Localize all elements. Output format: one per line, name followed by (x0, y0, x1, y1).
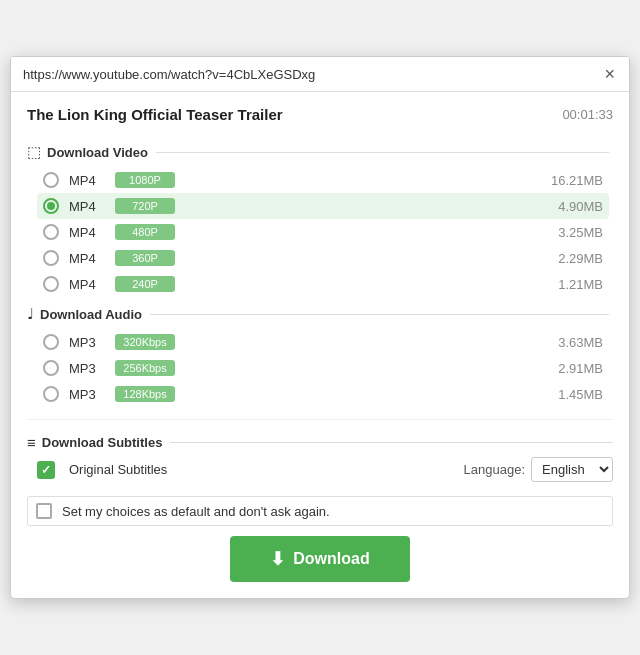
audio-options-list: MP3 320Kbps 3.63MB MP3 256Kbps 2.91MB MP… (37, 329, 609, 407)
video-title: The Lion King Official Teaser Trailer (27, 106, 283, 123)
audio-section-label: Download Audio (40, 307, 142, 322)
audio-section-header: ♩ Download Audio (27, 305, 609, 323)
default-checkbox[interactable] (36, 503, 52, 519)
subtitles-label: Original Subtitles (69, 462, 458, 477)
language-label: Language: (464, 462, 525, 477)
dialog: https://www.youtube.com/watch?v=4CbLXeGS… (10, 56, 630, 599)
option-format: MP3 (69, 387, 111, 402)
option-format: MP4 (69, 277, 111, 292)
video-option-row[interactable]: MP4 360P 2.29MB (37, 245, 609, 271)
radio-btn[interactable] (43, 334, 59, 350)
option-format: MP4 (69, 173, 111, 188)
radio-btn[interactable] (43, 224, 59, 240)
video-section-divider (156, 152, 609, 153)
option-format: MP3 (69, 361, 111, 376)
quality-badge: 480P (115, 224, 175, 240)
radio-btn[interactable] (43, 386, 59, 402)
subtitles-section-header: ≡ Download Subtitles (27, 434, 613, 451)
url-bar: https://www.youtube.com/watch?v=4CbLXeGS… (23, 67, 315, 82)
subtitles-checkbox[interactable] (37, 461, 55, 479)
option-format: MP4 (69, 199, 111, 214)
radio-btn[interactable] (43, 172, 59, 188)
radio-btn[interactable] (43, 276, 59, 292)
quality-badge: 256Kbps (115, 360, 175, 376)
video-duration: 00:01:33 (562, 107, 613, 122)
radio-btn[interactable] (43, 250, 59, 266)
download-icon: ⬇ (270, 548, 285, 570)
quality-badge: 1080P (115, 172, 175, 188)
option-size: 3.25MB (543, 225, 603, 240)
close-button[interactable]: × (602, 65, 617, 83)
option-size: 2.91MB (543, 361, 603, 376)
video-section-label: Download Video (47, 145, 148, 160)
quality-badge: 240P (115, 276, 175, 292)
audio-option-row[interactable]: MP3 128Kbps 1.45MB (37, 381, 609, 407)
subtitles-section-divider (170, 442, 613, 443)
language-select[interactable]: EnglishFrenchSpanishGermanChinese (531, 457, 613, 482)
audio-option-row[interactable]: MP3 320Kbps 3.63MB (37, 329, 609, 355)
option-format: MP4 (69, 225, 111, 240)
option-size: 4.90MB (543, 199, 603, 214)
video-option-row[interactable]: MP4 480P 3.25MB (37, 219, 609, 245)
title-bar: https://www.youtube.com/watch?v=4CbLXeGS… (11, 57, 629, 92)
quality-badge: 128Kbps (115, 386, 175, 402)
option-size: 3.63MB (543, 335, 603, 350)
video-option-row[interactable]: MP4 1080P 16.21MB (37, 167, 609, 193)
radio-btn[interactable] (43, 360, 59, 376)
video-title-row: The Lion King Official Teaser Trailer 00… (27, 106, 613, 123)
default-label: Set my choices as default and don't ask … (62, 504, 330, 519)
video-option-row[interactable]: MP4 720P 4.90MB (37, 193, 609, 219)
option-format: MP3 (69, 335, 111, 350)
download-btn-row: ⬇ Download (27, 536, 613, 582)
subtitles-icon: ≡ (27, 434, 36, 451)
audio-option-row[interactable]: MP3 256Kbps 2.91MB (37, 355, 609, 381)
quality-badge: 720P (115, 198, 175, 214)
subtitle-row: Original Subtitles Language: EnglishFren… (37, 457, 613, 482)
option-size: 1.21MB (543, 277, 603, 292)
video-option-row[interactable]: MP4 240P 1.21MB (37, 271, 609, 297)
download-button[interactable]: ⬇ Download (230, 536, 409, 582)
download-button-label: Download (293, 550, 369, 568)
video-section-header: ⬚ Download Video (27, 143, 609, 161)
default-row: Set my choices as default and don't ask … (27, 496, 613, 526)
subtitles-section-label: Download Subtitles (42, 435, 163, 450)
video-options-list: MP4 1080P 16.21MB MP4 720P 4.90MB MP4 48… (37, 167, 609, 297)
dialog-content: The Lion King Official Teaser Trailer 00… (11, 92, 629, 598)
option-format: MP4 (69, 251, 111, 266)
audio-section-divider (150, 314, 609, 315)
quality-badge: 320Kbps (115, 334, 175, 350)
subtitles-section: ≡ Download Subtitles Original Subtitles … (27, 419, 613, 482)
options-scroll-area[interactable]: ⬚ Download Video MP4 1080P 16.21MB MP4 7… (27, 137, 613, 411)
quality-badge: 360P (115, 250, 175, 266)
option-size: 1.45MB (543, 387, 603, 402)
audio-icon: ♩ (27, 305, 34, 323)
option-size: 2.29MB (543, 251, 603, 266)
radio-btn[interactable] (43, 198, 59, 214)
video-icon: ⬚ (27, 143, 41, 161)
option-size: 16.21MB (543, 173, 603, 188)
